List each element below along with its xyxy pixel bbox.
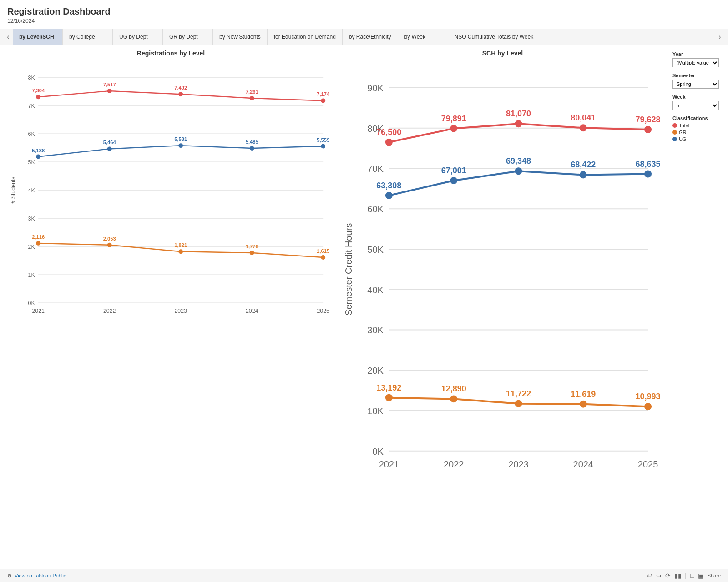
- svg-point-106: [580, 401, 587, 408]
- legend-dot-gr: [672, 130, 677, 135]
- svg-text:13,192: 13,192: [376, 383, 401, 392]
- svg-text:2025: 2025: [638, 459, 658, 469]
- svg-text:76,500: 76,500: [376, 128, 401, 137]
- svg-text:1,821: 1,821: [174, 242, 187, 248]
- svg-text:20K: 20K: [367, 366, 384, 376]
- registrations-chart-svg: 0K1K2K3K4K5K6K7K8K20212022202320242025# …: [7, 60, 334, 331]
- tab-nso-cumulative[interactable]: NSO Cumulative Totals by Week: [448, 29, 541, 45]
- svg-text:7K: 7K: [28, 103, 35, 109]
- legend-label-total: Total: [679, 123, 689, 128]
- svg-text:7,402: 7,402: [174, 85, 187, 90]
- tab-navigation: ‹ by Level/SCHby CollegeUG by DeptGR by …: [0, 29, 728, 45]
- svg-point-26: [107, 89, 112, 93]
- tab-level-sch[interactable]: by Level/SCH: [13, 29, 63, 45]
- week-control: Week 5: [672, 94, 719, 110]
- svg-text:79,891: 79,891: [441, 114, 466, 123]
- legend-label-gr: GR: [679, 130, 687, 135]
- svg-text:7,304: 7,304: [32, 88, 45, 93]
- svg-text:5,464: 5,464: [103, 140, 116, 145]
- tab-ug-by-dept[interactable]: UG by Dept: [113, 29, 163, 45]
- svg-point-48: [178, 249, 183, 254]
- tab-for-education[interactable]: for Education on Demand: [268, 29, 343, 45]
- svg-point-42: [321, 144, 325, 149]
- svg-point-100: [385, 394, 393, 401]
- svg-text:2021: 2021: [379, 459, 399, 469]
- week-select[interactable]: 5: [672, 101, 719, 110]
- svg-text:90K: 90K: [367, 83, 384, 93]
- tab-by-week[interactable]: by Week: [398, 29, 448, 45]
- svg-text:1,615: 1,615: [317, 248, 329, 254]
- tab-nav-list: by Level/SCHby CollegeUG by DeptGR by De…: [13, 29, 715, 45]
- svg-point-98: [644, 171, 652, 178]
- svg-text:2K: 2K: [28, 244, 35, 250]
- svg-text:67,001: 67,001: [441, 166, 466, 175]
- svg-text:1K: 1K: [28, 272, 35, 278]
- svg-point-86: [580, 124, 587, 131]
- tab-nav-prev[interactable]: ‹: [4, 33, 13, 41]
- svg-text:Semester Credit Hours: Semester Credit Hours: [344, 223, 354, 316]
- svg-text:10K: 10K: [367, 406, 384, 416]
- registrations-chart-title: Registrations by Level: [7, 50, 334, 57]
- svg-point-84: [515, 120, 522, 127]
- registrations-chart: Registrations by Level 0K1K2K3K4K5K6K7K8…: [7, 50, 334, 498]
- svg-text:2024: 2024: [246, 308, 258, 314]
- svg-point-80: [385, 139, 393, 146]
- svg-point-82: [450, 125, 457, 132]
- svg-point-94: [515, 167, 522, 175]
- svg-text:7,174: 7,174: [317, 91, 330, 97]
- svg-text:2,116: 2,116: [32, 234, 45, 240]
- main-content: Registrations by Level 0K1K2K3K4K5K6K7K8…: [0, 45, 728, 502]
- svg-point-36: [107, 146, 112, 151]
- tab-nav-next[interactable]: ›: [715, 33, 724, 41]
- svg-point-50: [250, 251, 254, 255]
- svg-point-38: [178, 143, 183, 148]
- svg-point-46: [107, 243, 112, 247]
- svg-text:7,517: 7,517: [103, 82, 116, 87]
- classifications-legend: Classifications Total GR UG: [672, 115, 719, 142]
- tab-by-race-ethnicity[interactable]: by Race/Ethnicity: [343, 29, 398, 45]
- svg-text:4K: 4K: [28, 187, 35, 194]
- svg-point-88: [644, 126, 652, 133]
- year-label: Year: [672, 51, 719, 57]
- svg-text:1,776: 1,776: [246, 244, 258, 249]
- svg-text:5,188: 5,188: [32, 148, 45, 153]
- svg-text:5,581: 5,581: [174, 136, 187, 142]
- svg-point-28: [178, 92, 183, 96]
- legend-item-gr: GR: [672, 130, 719, 135]
- svg-text:68,422: 68,422: [571, 160, 596, 169]
- svg-text:2023: 2023: [508, 459, 528, 469]
- svg-point-34: [36, 155, 40, 159]
- svg-text:6K: 6K: [28, 131, 35, 137]
- svg-point-44: [36, 241, 40, 246]
- svg-text:69,348: 69,348: [506, 156, 531, 166]
- year-select[interactable]: (Multiple values): [672, 58, 719, 67]
- svg-text:79,628: 79,628: [636, 115, 661, 124]
- svg-text:60K: 60K: [367, 204, 384, 214]
- svg-text:10,993: 10,993: [636, 392, 661, 401]
- svg-text:2024: 2024: [573, 459, 593, 469]
- semester-label: Semester: [672, 73, 719, 78]
- svg-text:70K: 70K: [367, 164, 384, 174]
- legend-label-ug: UG: [679, 136, 687, 142]
- sch-chart: SCH by Level 0K10K20K30K40K50K60K70K80K9…: [339, 50, 666, 498]
- svg-text:8K: 8K: [28, 75, 35, 81]
- tab-by-college[interactable]: by College: [63, 29, 113, 45]
- svg-text:40K: 40K: [367, 285, 384, 295]
- tab-by-new-students[interactable]: by New Students: [213, 29, 268, 45]
- svg-text:2,053: 2,053: [103, 236, 116, 241]
- svg-text:2021: 2021: [32, 308, 45, 314]
- svg-text:2023: 2023: [174, 308, 187, 314]
- semester-select[interactable]: Spring: [672, 80, 719, 89]
- legend-item-ug: UG: [672, 136, 719, 142]
- controls-panel: Year (Multiple values) Semester Spring W…: [671, 50, 721, 498]
- svg-point-90: [385, 192, 393, 199]
- svg-point-104: [515, 400, 522, 407]
- svg-text:11,619: 11,619: [571, 390, 596, 399]
- svg-text:2022: 2022: [103, 308, 116, 314]
- svg-point-30: [250, 96, 254, 100]
- svg-point-32: [321, 98, 325, 103]
- svg-text:12,890: 12,890: [441, 384, 466, 393]
- svg-point-40: [250, 146, 254, 151]
- tab-gr-by-dept[interactable]: GR by Dept: [163, 29, 213, 45]
- page-title: Registration Dashboard: [0, 0, 728, 18]
